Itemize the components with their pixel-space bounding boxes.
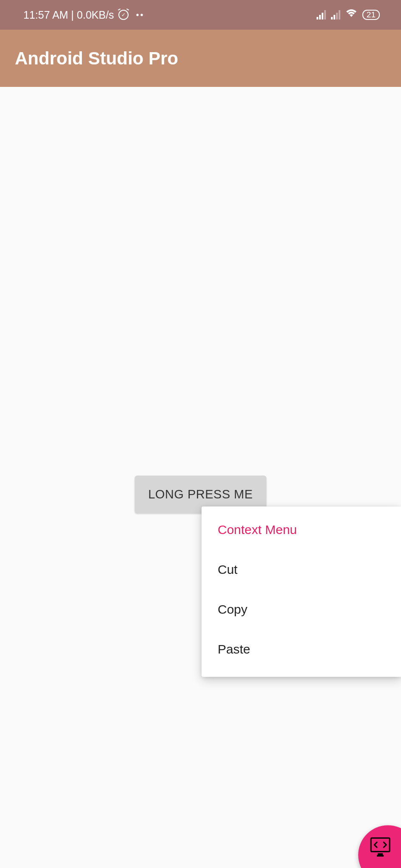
status-left: 11:57 AM | 0.0KB/s ✓ •• — [23, 9, 145, 21]
menu-item-cut[interactable]: Cut — [202, 550, 401, 590]
battery-indicator: 21 — [362, 10, 380, 20]
status-time: 11:57 AM | 0.0KB/s — [23, 9, 114, 21]
menu-item-paste[interactable]: Paste — [202, 629, 401, 669]
fab-button[interactable] — [358, 825, 401, 868]
context-menu-title: Context Menu — [202, 515, 401, 550]
alarm-icon: ✓ — [118, 10, 129, 20]
menu-item-copy[interactable]: Copy — [202, 590, 401, 629]
status-right: 21 — [317, 8, 380, 21]
context-menu: Context Menu Cut Copy Paste — [202, 506, 401, 677]
status-bar: 11:57 AM | 0.0KB/s ✓ •• 21 — [0, 0, 401, 30]
code-monitor-icon — [369, 836, 391, 858]
more-dots-icon: •• — [136, 10, 145, 20]
app-bar: Android Studio Pro — [0, 30, 401, 87]
content-area: LONG PRESS ME Context Menu Cut Copy Past… — [0, 87, 401, 868]
signal-icon-2 — [331, 10, 340, 19]
app-title: Android Studio Pro — [15, 48, 178, 69]
wifi-icon — [345, 8, 357, 21]
signal-icon-1 — [317, 10, 326, 19]
